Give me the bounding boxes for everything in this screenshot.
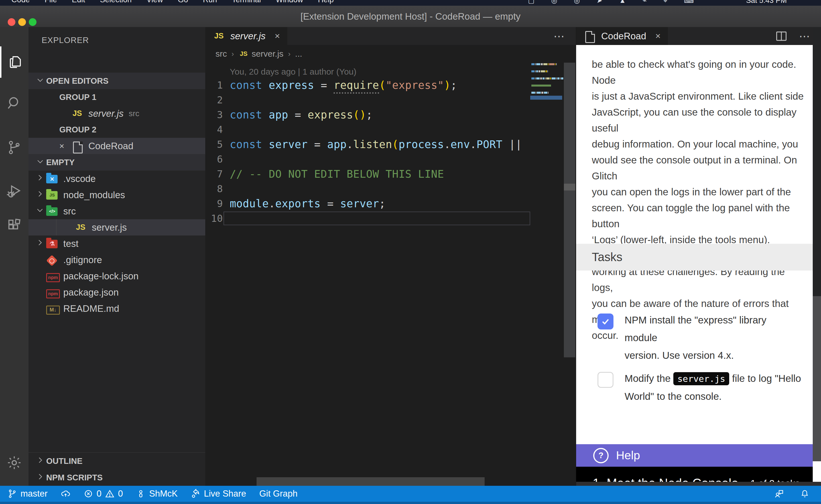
tab-coderoad[interactable]: CodeRoad × <box>576 27 668 45</box>
close-editor-icon[interactable]: × <box>59 141 71 151</box>
git-icon <box>46 254 59 266</box>
tree-item--vscode[interactable]: ⨯.vscode <box>28 171 205 187</box>
js-file-icon: JS <box>71 108 84 119</box>
activity-settings-gear-icon[interactable] <box>0 447 28 478</box>
status-master[interactable]: master <box>7 489 48 499</box>
vscode-window: CodeFileEditSelectionViewGoRunTerminalWi… <box>0 0 821 504</box>
split-editor-icon[interactable] <box>775 30 788 42</box>
code-line-3[interactable]: 3const app = express(); <box>205 107 576 122</box>
minimap-line <box>531 70 548 72</box>
section-header-open-editors[interactable]: OPEN EDITORS <box>28 73 205 89</box>
tree-item-label: .vscode <box>63 173 96 184</box>
status-bar: master00ShMcKLive ShareGit Graph <box>0 486 821 502</box>
minimap[interactable] <box>530 63 563 129</box>
code-line-7[interactable]: 7// -- DO NOT EDIT BELOW THIS LINE <box>205 167 576 181</box>
code-text: const express = require("express"); <box>223 79 457 91</box>
tree-item-test[interactable]: ⚗test <box>28 235 205 252</box>
tree-item-node-modules[interactable]: JSnode_modules <box>28 187 205 203</box>
open-editor-item-coderoad[interactable]: ×CodeRoad <box>28 138 205 154</box>
activity-search-icon[interactable] <box>0 87 28 119</box>
line-number: 6 <box>205 153 223 165</box>
close-tab-icon[interactable]: × <box>656 31 661 41</box>
menu-item-window[interactable]: Window <box>276 0 303 4</box>
tree-item-readme-md[interactable]: M↓README.md <box>28 300 205 317</box>
js-file-icon: JS <box>239 49 249 59</box>
line-number: 7 <box>205 168 223 180</box>
tree-item-package-lock-json[interactable]: npmpackage-lock.json <box>28 268 205 284</box>
code-line-10[interactable]: 10 <box>205 211 576 226</box>
code-line-5[interactable]: 5const server = app.listen(process.env.P… <box>205 137 576 152</box>
tree-item-package-json[interactable]: npmpackage.json <box>28 284 205 300</box>
activity-run-debug-icon[interactable] <box>0 176 28 207</box>
status-live-share[interactable]: Live Share <box>191 489 246 499</box>
close-tab-icon[interactable]: × <box>275 31 280 41</box>
panel-more-actions-icon[interactable]: ⋯ <box>799 30 810 42</box>
menu-item-edit[interactable]: Edit <box>72 0 85 4</box>
menu-item-selection[interactable]: Selection <box>100 0 132 4</box>
editor-horizontal-scrollbar[interactable] <box>257 477 485 486</box>
menu-item-go[interactable]: Go <box>178 0 188 4</box>
open-editor-item-server-js[interactable]: JSserver.jssrc <box>28 105 205 122</box>
line-number: 8 <box>205 183 223 194</box>
activity-source-control-icon[interactable] <box>0 132 28 163</box>
breadcrumb[interactable]: src›JSserver.js›... <box>216 49 302 59</box>
status-0[interactable]: 00 <box>83 489 123 499</box>
section-header-empty[interactable]: EMPTY <box>28 154 205 171</box>
task-checkbox-checked[interactable] <box>597 314 613 329</box>
code-line-2[interactable]: 2 <box>205 93 576 107</box>
code-text: // -- DO NOT EDIT BELOW THIS LINE <box>223 168 444 180</box>
section-header-npm-scripts[interactable]: NPM SCRIPTS <box>28 469 205 486</box>
task-checkbox-unchecked[interactable] <box>597 372 613 388</box>
tree-item--gitignore[interactable]: .gitignore <box>28 252 205 268</box>
breadcrumb-item[interactable]: src <box>216 49 227 59</box>
status-cloud-upload[interactable] <box>61 489 70 499</box>
menu-status-icons: ▢ ◎ ◎ ➤ ▲ ⌁ ⌖ ⌨ <box>528 0 701 5</box>
chevron-down-icon[interactable] <box>34 206 46 216</box>
breadcrumb-item[interactable]: JSserver.js <box>239 49 284 59</box>
menu-item-help[interactable]: Help <box>318 0 334 4</box>
lesson-text-line: be able to check what's going on in your… <box>592 56 808 88</box>
minimap-line <box>531 77 566 79</box>
code-line-4[interactable]: 4 <box>205 122 576 137</box>
title-bar: [Extension Development Host] - CodeRoad … <box>0 6 821 27</box>
tree-item-src[interactable]: </>src <box>28 203 205 219</box>
code-line-6[interactable]: 6 <box>205 152 576 167</box>
code-editor[interactable]: 1const express = require("express");23co… <box>205 78 576 226</box>
lesson-text: be able to check what's going on in your… <box>592 56 808 343</box>
current-line-highlight <box>224 212 530 225</box>
menu-item-view[interactable]: View <box>146 0 163 4</box>
status-feedback[interactable] <box>774 489 784 499</box>
menu-item-code[interactable]: Code <box>11 0 30 4</box>
panel-scrollbar[interactable] <box>813 27 821 486</box>
activity-extensions-icon[interactable] <box>0 210 28 241</box>
code-line-1[interactable]: 1const express = require("express"); <box>205 78 576 93</box>
status-bell[interactable] <box>800 489 810 499</box>
chevron-right-icon[interactable] <box>34 173 46 184</box>
editor-more-actions-icon[interactable]: ⋯ <box>553 30 564 42</box>
code-text: module.exports = server; <box>223 198 386 210</box>
breadcrumb-item[interactable]: ... <box>295 49 302 59</box>
chevron-right-icon[interactable] <box>34 190 46 200</box>
breadcrumb-separator: › <box>288 50 291 58</box>
help-bar[interactable]: ? Help <box>576 444 813 467</box>
minimap-line <box>531 92 549 94</box>
chevron-right-icon[interactable] <box>34 238 46 249</box>
menu-item-file[interactable]: File <box>45 0 57 4</box>
coderoad-panel: CodeRoad × ⋯ be able to check what's goi… <box>576 27 821 486</box>
activity-bar <box>0 27 28 486</box>
line-number: 2 <box>205 94 223 106</box>
status-shmck[interactable]: ShMcK <box>136 489 177 499</box>
tab-server-js[interactable]: JS server.js × <box>205 27 287 45</box>
menu-items: CodeFileEditSelectionViewGoRunTerminalWi… <box>11 0 334 4</box>
activity-explorer-icon[interactable] <box>0 46 30 78</box>
lesson-text-line: would see the console output in a termin… <box>592 152 808 184</box>
code-line-9[interactable]: 9module.exports = server; <box>205 196 576 211</box>
menu-item-terminal[interactable]: Terminal <box>232 0 261 4</box>
code-line-8[interactable]: 8 <box>205 181 576 196</box>
tree-item-server-js[interactable]: JSserver.js <box>28 219 205 235</box>
menu-item-run[interactable]: Run <box>203 0 217 4</box>
section-header-outline[interactable]: OUTLINE <box>28 453 205 469</box>
editor-vertical-scrollbar[interactable] <box>564 63 575 357</box>
editor-tab-strip: JS server.js × ⋯ <box>205 27 576 45</box>
status-git-graph[interactable]: Git Graph <box>259 489 297 499</box>
